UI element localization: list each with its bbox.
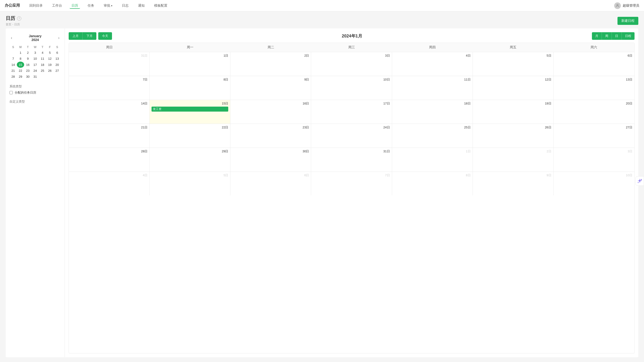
mini-cal-day[interactable]: 22 bbox=[17, 68, 24, 74]
view-agenda-button[interactable]: 日程 bbox=[622, 32, 634, 40]
mini-cal-day[interactable]: 2 bbox=[24, 50, 32, 56]
calendar-cell[interactable]: 4日 bbox=[69, 172, 150, 195]
mini-cal-day[interactable]: 27 bbox=[54, 68, 61, 74]
calendar-cell[interactable]: 9日 bbox=[230, 76, 311, 100]
mini-cal-day[interactable] bbox=[39, 74, 46, 80]
calendar-cell[interactable]: 1日 bbox=[392, 148, 473, 172]
calendar-cell[interactable]: 21日 bbox=[69, 124, 150, 148]
nav-journal[interactable]: 日志 bbox=[120, 3, 130, 9]
mini-cal-day[interactable]: 31 bbox=[32, 74, 39, 80]
calendar-cell[interactable]: 11日 bbox=[392, 76, 473, 100]
mini-cal-day[interactable]: 13 bbox=[54, 56, 61, 62]
calendar-cell[interactable]: 23日 bbox=[230, 124, 311, 148]
calendar-cell[interactable]: 8日 bbox=[150, 76, 230, 100]
help-icon[interactable]: ? bbox=[17, 16, 21, 21]
mini-cal-day[interactable]: 21 bbox=[10, 68, 17, 74]
mini-cal-day[interactable] bbox=[54, 74, 61, 80]
mini-cal-day[interactable]: 23 bbox=[24, 68, 32, 74]
mini-cal-day[interactable]: 14 bbox=[10, 62, 17, 68]
calendar-cell[interactable]: 10日 bbox=[554, 172, 634, 195]
calendar-cell[interactable]: 5日 bbox=[473, 52, 554, 76]
mini-cal-prev[interactable]: ‹ bbox=[10, 35, 14, 41]
user-avatar[interactable] bbox=[614, 2, 621, 9]
calendar-cell[interactable]: 17日 bbox=[311, 100, 392, 124]
calendar-cell[interactable]: 6日 bbox=[230, 172, 311, 195]
new-event-button[interactable]: 新建日程 bbox=[618, 17, 638, 25]
view-week-button[interactable]: 周 bbox=[602, 32, 612, 40]
mini-cal-day[interactable]: 26 bbox=[46, 68, 54, 74]
calendar-cell[interactable]: 31日 bbox=[69, 52, 150, 76]
calendar-cell[interactable]: 7日 bbox=[69, 76, 150, 100]
calendar-cell[interactable]: 27日 bbox=[554, 124, 634, 148]
mini-cal-day[interactable]: 25 bbox=[39, 68, 46, 74]
mini-cal-day[interactable]: 17 bbox=[32, 62, 39, 68]
calendar-cell[interactable]: 2日 bbox=[230, 52, 311, 76]
calendar-event[interactable]: 发工资 bbox=[152, 107, 228, 112]
calendar-cell[interactable]: 7日 bbox=[311, 172, 392, 195]
nav-home[interactable]: 回到目录 bbox=[28, 3, 44, 9]
mini-cal-day[interactable]: 7 bbox=[10, 56, 17, 62]
task-calendar-checkbox[interactable] bbox=[10, 91, 13, 94]
calendar-cell[interactable]: 24日 bbox=[311, 124, 392, 148]
calendar-cell[interactable]: 5日 bbox=[150, 172, 230, 195]
calendar-cell[interactable]: 8日 bbox=[392, 172, 473, 195]
calendar-cell[interactable]: 12日 bbox=[473, 76, 554, 100]
mini-cal-day[interactable]: 18 bbox=[39, 62, 46, 68]
mini-cal-day[interactable]: 8 bbox=[17, 56, 24, 62]
mini-cal-day[interactable]: 1 bbox=[17, 50, 24, 56]
calendar-cell[interactable]: 4日 bbox=[392, 52, 473, 76]
calendar-cell[interactable]: 22日 bbox=[150, 124, 230, 148]
nav-template[interactable]: 模板配置 bbox=[152, 3, 169, 9]
calendar-cell[interactable]: 10日 bbox=[311, 76, 392, 100]
view-month-button[interactable]: 月 bbox=[592, 32, 602, 40]
view-day-button[interactable]: 日 bbox=[612, 32, 622, 40]
calendar-cell[interactable]: 16日 bbox=[230, 100, 311, 124]
mini-cal-day[interactable]: 4 bbox=[39, 50, 46, 56]
calendar-cell[interactable]: 15日发工资 bbox=[150, 100, 230, 124]
mini-cal-day[interactable]: 28 bbox=[10, 74, 17, 80]
calendar-cell[interactable]: 9日 bbox=[473, 172, 554, 195]
calendar-cell[interactable]: 31日 bbox=[311, 148, 392, 172]
calendar-cell[interactable]: 30日 bbox=[230, 148, 311, 172]
calendar-cell[interactable]: 1日 bbox=[150, 52, 230, 76]
today-button[interactable]: 今天 bbox=[98, 32, 112, 40]
calendar-cell[interactable]: 19日 bbox=[473, 100, 554, 124]
mini-cal-day[interactable]: 15 bbox=[17, 62, 24, 68]
calendar-cell[interactable]: 29日 bbox=[150, 148, 230, 172]
mini-cal-day[interactable]: 10 bbox=[32, 56, 39, 62]
mini-cal-next[interactable]: › bbox=[57, 35, 61, 41]
mini-cal-day[interactable] bbox=[10, 50, 17, 56]
mini-cal-day[interactable]: 29 bbox=[17, 74, 24, 80]
calendar-cell[interactable]: 3日 bbox=[311, 52, 392, 76]
nav-workbench[interactable]: 工作台 bbox=[50, 3, 64, 9]
calendar-cell[interactable]: 13日 bbox=[554, 76, 634, 100]
mini-cal-day[interactable]: 30 bbox=[24, 74, 32, 80]
mini-cal-day[interactable]: 12 bbox=[46, 56, 54, 62]
nav-approval[interactable]: 审批 bbox=[102, 3, 114, 9]
calendar-cell[interactable]: 18日 bbox=[392, 100, 473, 124]
mini-cal-day[interactable]: 9 bbox=[24, 56, 32, 62]
calendar-cell[interactable]: 28日 bbox=[69, 148, 150, 172]
nav-notifications[interactable]: 通知 bbox=[136, 3, 146, 9]
mini-cal-day[interactable]: 19 bbox=[46, 62, 54, 68]
calendar-cell[interactable]: 14日 bbox=[69, 100, 150, 124]
prev-month-button[interactable]: 上月 bbox=[69, 32, 82, 40]
nav-tasks[interactable]: 任务 bbox=[86, 3, 96, 9]
mini-cal-day[interactable]: 5 bbox=[46, 50, 54, 56]
sparkle-button[interactable] bbox=[636, 176, 644, 186]
mini-cal-day[interactable]: 20 bbox=[54, 62, 61, 68]
calendar-cell[interactable]: 3日 bbox=[554, 148, 634, 172]
calendar-cell[interactable]: 6日 bbox=[554, 52, 634, 76]
calendar-cell[interactable]: 2日 bbox=[473, 148, 554, 172]
mini-cal-day[interactable]: 11 bbox=[39, 56, 46, 62]
nav-calendar[interactable]: 日历 bbox=[70, 3, 80, 9]
next-month-button[interactable]: 下月 bbox=[82, 32, 96, 40]
mini-cal-day[interactable] bbox=[46, 74, 54, 80]
calendar-cell[interactable]: 26日 bbox=[473, 124, 554, 148]
calendar-cell[interactable]: 20日 bbox=[554, 100, 634, 124]
mini-cal-day[interactable]: 16 bbox=[24, 62, 32, 68]
mini-cal-day[interactable]: 24 bbox=[32, 68, 39, 74]
calendar-cell[interactable]: 25日 bbox=[392, 124, 473, 148]
mini-cal-day[interactable]: 3 bbox=[32, 50, 39, 56]
mini-cal-day[interactable]: 6 bbox=[54, 50, 61, 56]
